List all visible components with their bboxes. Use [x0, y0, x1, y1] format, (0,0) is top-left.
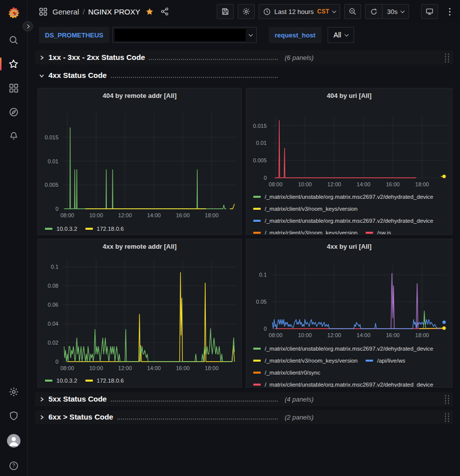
legend-item[interactable]: /_matrix/client/unstable/org.matrix.msc2…: [253, 344, 434, 353]
panel-legend: /_matrix/client/unstable/org.matrix.msc2…: [246, 189, 452, 234]
legend-item[interactable]: /sw.js: [366, 228, 391, 234]
panel-chart[interactable]: 00.0050.010.01508:0010:0012:0014:0016:00…: [246, 102, 452, 189]
legend-item[interactable]: /_matrix/client/r0/sync: [253, 368, 320, 377]
refresh-controls: 30s: [365, 4, 409, 19]
x-axis-tick-label: 16:00: [380, 332, 405, 338]
sidebar-item-server-admin[interactable]: [3, 408, 23, 423]
panel-legend: /_matrix/client/unstable/org.matrix.msc2…: [246, 341, 452, 387]
save-icon: [221, 7, 229, 15]
sidebar-item-alerting[interactable]: [3, 128, 23, 143]
row-drag-handle[interactable]: [444, 53, 450, 62]
cycle-view-mode-button[interactable]: [421, 4, 438, 19]
toolbar: Last 12 hours CST 30s: [217, 4, 454, 19]
legend-item[interactable]: /_matrix/client/v3/room_keys/version: [253, 228, 358, 234]
x-axis-tick-label: 12:00: [112, 365, 137, 371]
gear-icon: [8, 387, 19, 397]
legend-item[interactable]: /_matrix/client/unstable/org.matrix.msc2…: [253, 192, 434, 201]
x-axis-tick-label: 12:00: [322, 181, 347, 187]
x-axis-tick-label: 14:00: [141, 365, 166, 371]
chart-canvas: [246, 253, 452, 341]
panel-title[interactable]: 4xx by remote addr [All]: [38, 239, 241, 253]
x-axis-tick-label: 08:00: [55, 212, 80, 218]
zoom-out-time-button[interactable]: [344, 4, 361, 19]
row-drag-handle[interactable]: [444, 413, 450, 422]
breadcrumb-dashboard-title[interactable]: NGINX PROXY: [88, 7, 140, 16]
refresh-interval-picker[interactable]: 30s: [382, 4, 409, 18]
x-axis-tick-label: 08:00: [263, 181, 288, 187]
chevron-down-icon: [39, 73, 44, 78]
panel-title[interactable]: 404 by remote addr [All]: [38, 88, 241, 102]
clock-icon: [263, 8, 271, 15]
row-title: 5xx Status Code: [48, 395, 107, 403]
panel-legend: 10.0.3.2172.18.0.6: [38, 221, 241, 234]
favorite-star-button[interactable]: [145, 7, 154, 16]
panel-title[interactable]: 404 by uri [All]: [246, 88, 452, 102]
variable-value-dropdown-ds[interactable]: [112, 27, 257, 43]
legend-item[interactable]: /_matrix/client/unstable/org.matrix.msc2…: [253, 380, 434, 387]
row-header-4xx[interactable]: 4xx Status Code: [35, 68, 453, 82]
panel-chart[interactable]: 00.0050.010.01508:0010:0012:0014:0016:00…: [38, 102, 241, 221]
panel-chart[interactable]: 00.050.108:0010:0012:0014:0016:0018:00: [246, 253, 452, 341]
panel-title[interactable]: 4xx by uri [All]: [246, 239, 452, 253]
legend-item[interactable]: /api/live/ws: [366, 356, 405, 365]
y-axis-tick-label: 0.005: [38, 182, 58, 188]
compass-icon: [8, 107, 19, 117]
sidebar-item-search[interactable]: [3, 32, 23, 47]
y-axis-tick-label: 0.04: [38, 321, 58, 327]
sidebar-item-help[interactable]: ?: [3, 458, 23, 473]
more-options-kebab-button[interactable]: [445, 4, 454, 19]
legend-label: /_matrix/client/v3/room_keys/version: [265, 230, 358, 235]
legend-swatch: [253, 348, 261, 350]
timezone-label: CST: [317, 8, 329, 15]
breadcrumb-folder[interactable]: General: [52, 7, 79, 16]
panel-4xx-by-remote-addr: 4xx by remote addr [All] 00.020.040.060.…: [37, 239, 242, 388]
gear-icon: [242, 7, 250, 15]
y-axis-tick-label: 0: [38, 206, 58, 212]
share-button[interactable]: [161, 7, 169, 15]
legend-item[interactable]: /_matrix/client/v3/room_keys/version: [253, 356, 358, 365]
row-header-5xx[interactable]: 5xx Status Code (4 panels): [35, 392, 453, 406]
legend-item[interactable]: 172.18.0.6: [85, 224, 124, 233]
legend-swatch: [366, 232, 373, 234]
sidebar-item-starred[interactable]: [3, 56, 23, 71]
legend-label: /_matrix/client/unstable/org.matrix.msc2…: [265, 218, 434, 224]
x-axis-tick-label: 10:00: [292, 332, 317, 338]
y-axis-tick-label: 0.02: [38, 340, 58, 346]
variable-value-dropdown-request-host[interactable]: All: [328, 27, 355, 43]
chevron-right-icon: [39, 397, 44, 402]
search-icon: [8, 35, 19, 45]
x-axis-tick-label: 12:00: [112, 212, 137, 218]
y-axis-tick-label: 0.015: [246, 123, 267, 129]
sidebar-expand-button[interactable]: [22, 21, 33, 31]
legend-item[interactable]: 10.0.3.2: [45, 376, 77, 385]
x-axis-tick-label: 10:00: [84, 365, 109, 371]
legend-swatch: [253, 372, 261, 374]
refresh-dashboard-button[interactable]: [366, 4, 382, 18]
legend-item[interactable]: /_matrix/client/v3/room_keys/version: [253, 204, 358, 213]
sidebar-item-configuration[interactable]: [3, 384, 23, 399]
row-drag-handle[interactable]: [444, 395, 450, 404]
save-dashboard-button[interactable]: [217, 4, 234, 19]
sidebar-item-dashboards[interactable]: [3, 80, 23, 95]
legend-item[interactable]: 172.18.0.6: [85, 376, 124, 385]
row-header-1xx-3xx-2xx[interactable]: 1xx - 3xx - 2xx Status Code (6 panels): [35, 50, 453, 64]
x-axis-tick-label: 18:00: [410, 332, 435, 338]
x-axis-tick-label: 16:00: [170, 365, 195, 371]
legend-item[interactable]: /_matrix/client/unstable/org.matrix.msc2…: [253, 216, 434, 225]
legend-label: /api/live/ws: [377, 358, 405, 364]
legend-item[interactable]: 10.0.3.2: [45, 224, 77, 233]
panel-chart[interactable]: 00.020.040.060.080.108:0010:0012:0014:00…: [38, 253, 241, 373]
row-title: 1xx - 3xx - 2xx Status Code: [48, 53, 145, 61]
legend-swatch: [45, 380, 52, 382]
time-range-picker[interactable]: Last 12 hours CST: [259, 4, 340, 19]
sidebar-item-profile[interactable]: [3, 433, 23, 448]
panel-404-by-remote-addr: 404 by remote addr [All] 00.0050.010.015…: [37, 88, 242, 235]
legend-swatch: [85, 380, 93, 382]
grafana-logo[interactable]: [3, 4, 23, 20]
chart-canvas: [246, 102, 452, 189]
sidebar-item-explore[interactable]: [3, 104, 23, 119]
variable-value-redacted: [115, 29, 246, 41]
dashboard-settings-button[interactable]: [238, 4, 255, 19]
row-header-6xx[interactable]: 6xx > Status Code (2 panels): [35, 410, 453, 424]
x-axis-tick-label: 18:00: [199, 212, 224, 218]
